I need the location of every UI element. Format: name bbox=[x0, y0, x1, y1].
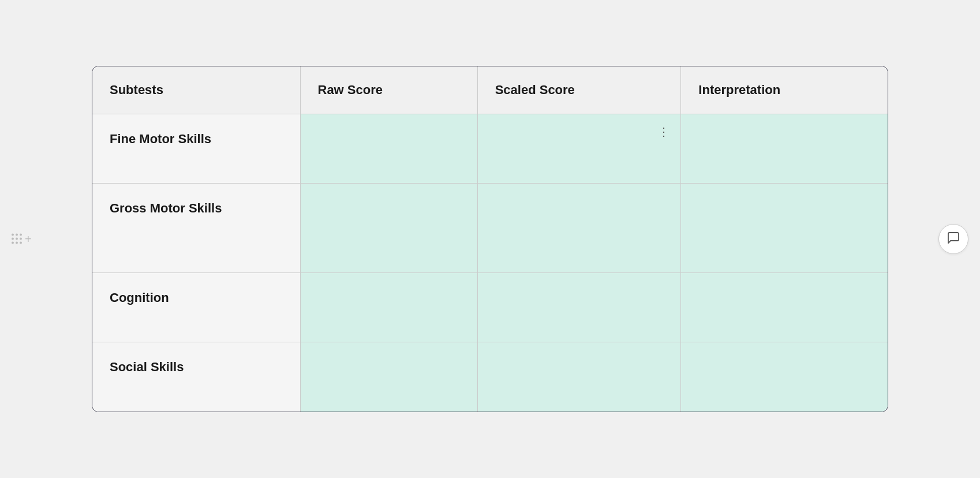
col-header-interpretation: Interpretation bbox=[681, 66, 888, 114]
raw-score-cell[interactable] bbox=[300, 114, 477, 184]
subtest-cell: Cognition bbox=[92, 273, 300, 342]
subtest-cell: Social Skills bbox=[92, 342, 300, 412]
scaled-score-cell[interactable] bbox=[477, 184, 681, 273]
add-block-button[interactable]: + bbox=[25, 233, 32, 246]
subtest-cell: Fine Motor Skills bbox=[92, 114, 300, 184]
scaled-score-cell[interactable] bbox=[477, 342, 681, 412]
subtest-cell: Gross Motor Skills bbox=[92, 184, 300, 273]
table-row: Gross Motor Skills bbox=[92, 184, 888, 273]
table-row: Fine Motor Skills ⋮ bbox=[92, 114, 888, 184]
interpretation-cell[interactable] bbox=[681, 342, 888, 412]
col-header-raw-score: Raw Score bbox=[300, 66, 477, 114]
interpretation-cell[interactable] bbox=[681, 184, 888, 273]
comment-icon bbox=[947, 231, 960, 247]
score-table-container: Subtests Raw Score Scaled Score Interpre… bbox=[92, 66, 888, 412]
page-wrapper: + Subtests Raw Score Scaled Score Interp… bbox=[0, 0, 980, 478]
subtest-label: Social Skills bbox=[110, 360, 184, 374]
scaled-score-cell[interactable]: ⋮ bbox=[477, 114, 681, 184]
subtest-label: Cognition bbox=[110, 290, 169, 305]
table-row: Social Skills bbox=[92, 342, 888, 412]
col-header-scaled-score: Scaled Score bbox=[477, 66, 681, 114]
comment-button[interactable] bbox=[938, 224, 968, 254]
subtest-label: Gross Motor Skills bbox=[110, 201, 222, 215]
table-header-row: Subtests Raw Score Scaled Score Interpre… bbox=[92, 66, 888, 114]
interpretation-cell[interactable] bbox=[681, 273, 888, 342]
drag-handle[interactable]: + bbox=[12, 233, 32, 246]
subtest-label: Fine Motor Skills bbox=[110, 132, 211, 146]
raw-score-cell[interactable] bbox=[300, 273, 477, 342]
scaled-score-cell[interactable] bbox=[477, 273, 681, 342]
interpretation-cell[interactable] bbox=[681, 114, 888, 184]
drag-dots-icon bbox=[12, 234, 23, 245]
score-table: Subtests Raw Score Scaled Score Interpre… bbox=[92, 66, 888, 412]
raw-score-cell[interactable] bbox=[300, 184, 477, 273]
more-options-icon[interactable]: ⋮ bbox=[658, 125, 670, 139]
table-row: Cognition bbox=[92, 273, 888, 342]
col-header-subtests: Subtests bbox=[92, 66, 300, 114]
raw-score-cell[interactable] bbox=[300, 342, 477, 412]
